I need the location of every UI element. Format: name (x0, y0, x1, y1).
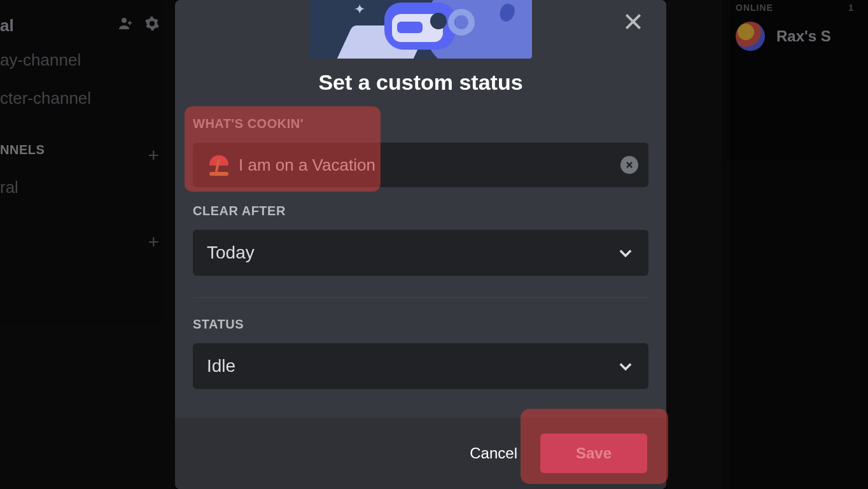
x-icon (625, 160, 634, 169)
status-value: Idle (207, 356, 235, 376)
cancel-button[interactable]: Cancel (470, 444, 517, 462)
member-row[interactable]: Rax's S (722, 13, 868, 60)
channel-label: ay-channel (0, 50, 81, 70)
section-label: NNELS (0, 143, 148, 157)
save-button[interactable]: Save (540, 434, 647, 473)
add-member-icon[interactable] (118, 16, 133, 36)
modal-footer: Cancel Save (175, 418, 666, 489)
member-name: Rax's S (776, 27, 831, 45)
status-select[interactable]: Idle (193, 343, 648, 389)
channel-item[interactable]: ay-channel (0, 41, 175, 79)
clear-after-value: Today (207, 243, 255, 263)
channel-item[interactable]: cter-channel (0, 79, 175, 117)
clear-after-label: CLEAR AFTER (193, 204, 648, 218)
emoji-picker-button[interactable] (206, 152, 232, 178)
clear-status-button[interactable] (620, 156, 638, 174)
voice-channel-item[interactable]: ral (0, 168, 175, 206)
modal-title: Set a custom status (175, 70, 666, 95)
modal-backdrop-strip (666, 0, 730, 489)
channel-label: cter-channel (0, 89, 91, 108)
divider (193, 297, 648, 298)
close-button[interactable] (619, 8, 647, 36)
members-panel: ONLINE 1 Rax's S (722, 0, 868, 489)
online-count: 1 (848, 3, 854, 13)
channel-header-row: al (0, 10, 175, 41)
voice-section-header[interactable]: NNELS + (0, 143, 175, 168)
hero-illustration: ✦ (309, 0, 532, 59)
svg-point-0 (122, 18, 127, 23)
plus-icon[interactable]: + (148, 145, 160, 166)
avatar (736, 22, 765, 51)
close-icon (623, 11, 643, 32)
gear-icon[interactable] (144, 16, 160, 36)
chevron-down-icon (617, 357, 634, 375)
app-root: al ay-channel cter-channel NNELS + ral +… (0, 0, 868, 489)
chevron-down-icon (617, 244, 634, 262)
clear-after-select[interactable]: Today (193, 230, 648, 276)
members-online-header: ONLINE 1 (722, 0, 868, 13)
status-text-input[interactable] (239, 155, 612, 175)
custom-status-modal: ✦ Set a custom status WHAT'S COOKIN' CLE… (175, 0, 666, 489)
cooking-label: WHAT'S COOKIN' (193, 117, 648, 131)
status-input-row (193, 143, 648, 187)
online-label: ONLINE (736, 3, 773, 13)
beach-umbrella-icon (208, 154, 230, 176)
channel-label: ral (0, 178, 18, 197)
plus-icon[interactable]: + (148, 231, 160, 253)
voice-section-header-2[interactable]: + (0, 229, 175, 255)
channel-sidebar: al ay-channel cter-channel NNELS + ral + (0, 0, 175, 489)
current-channel-name: al (0, 16, 106, 36)
status-label: STATUS (193, 317, 648, 332)
modal-body: WHAT'S COOKIN' CLEAR AFTER Today (175, 95, 666, 389)
